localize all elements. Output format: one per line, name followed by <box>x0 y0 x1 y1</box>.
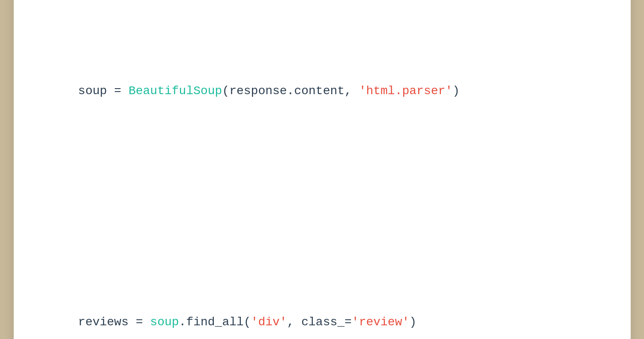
code-container: import requests from bs4 import Beautifu… <box>14 0 631 339</box>
blank-line-3 <box>35 198 609 217</box>
string-div: 'div' <box>251 315 287 329</box>
ref-beautifulsoup: BeautifulSoup <box>129 84 222 98</box>
string-review: 'review' <box>352 315 409 329</box>
close-paren: ) <box>409 315 416 329</box>
code-block: import requests from bs4 import Beautifu… <box>35 0 609 339</box>
ref-soup: soup <box>150 315 179 329</box>
paren-open: (response.content, <box>222 84 359 98</box>
string-html-parser: 'html.parser' <box>359 84 452 98</box>
code-line-7: reviews = soup.find_all('div', class_='r… <box>35 294 609 339</box>
var-soup: soup = <box>78 84 129 98</box>
class-param: , class_= <box>287 315 352 329</box>
paren-close: ) <box>452 84 460 98</box>
var-reviews: reviews = <box>78 315 150 329</box>
code-line-6: soup = BeautifulSoup(response.content, '… <box>35 63 609 120</box>
method-find-all: .find_all( <box>179 315 251 329</box>
